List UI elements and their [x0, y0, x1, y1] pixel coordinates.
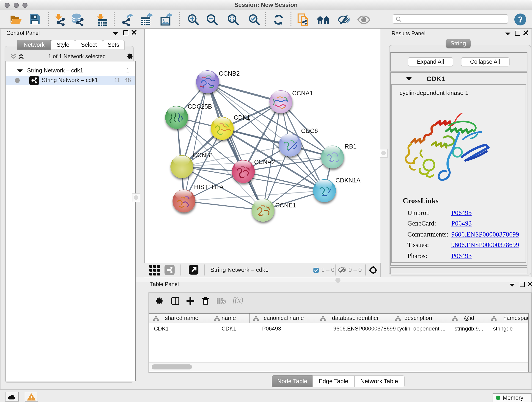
svg-text:CDK1: CDK1 [234, 114, 250, 121]
svg-text:CCNA1: CCNA1 [292, 90, 313, 97]
svg-text:CDKN1A: CDKN1A [336, 177, 361, 184]
svg-text:CDC25B: CDC25B [188, 103, 212, 110]
svg-text:CCNB2: CCNB2 [219, 70, 240, 77]
svg-text:?: ? [518, 15, 523, 24]
svg-text:CDC6: CDC6 [301, 128, 318, 134]
svg-text:CCNA2: CCNA2 [254, 159, 275, 166]
svg-text:RB1: RB1 [345, 143, 357, 150]
svg-text:CCNE1: CCNE1 [275, 202, 296, 209]
svg-text:HIST1H1A: HIST1H1A [194, 184, 224, 191]
svg-text:CCNB1: CCNB1 [193, 152, 214, 159]
